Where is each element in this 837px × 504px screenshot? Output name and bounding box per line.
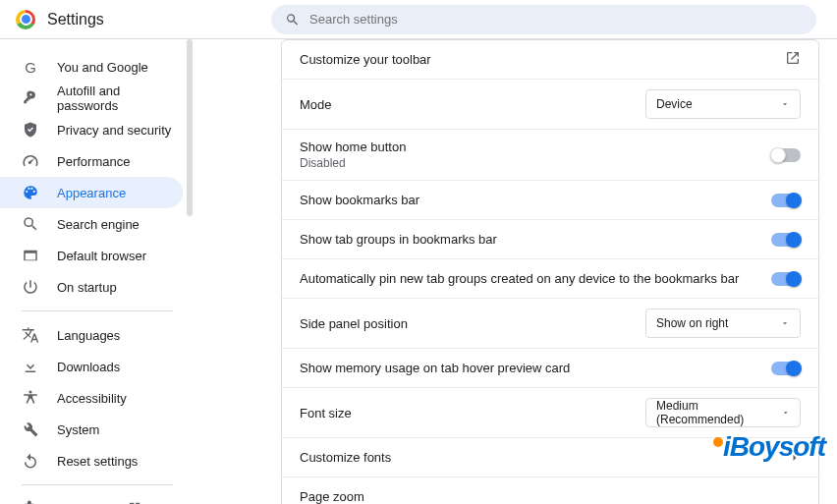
browser-icon [22,247,39,264]
g-letter-icon: G [22,59,39,76]
sidebar-item-system[interactable]: System [0,414,183,445]
sidebar-item-label: Languages [57,328,120,343]
accessibility-icon [22,389,39,407]
settings-main: Customize your toolbar Mode Device Show … [193,39,837,504]
row-label: Show memory usage on tab hover preview c… [300,361,771,375]
settings-card: Customize your toolbar Mode Device Show … [281,39,819,504]
sidebar-item-appearance[interactable]: Appearance [0,177,183,208]
key-icon [22,89,39,107]
search-input[interactable] [309,12,803,27]
sidebar-item-you-and-google[interactable]: G You and Google [0,51,183,83]
languages-icon [22,326,39,344]
row-tab-groups-bookmarks: Show tab groups in bookmarks bar [282,220,818,259]
chevron-down-icon [780,99,790,109]
extensions-icon [22,500,39,504]
sidebar-item-languages[interactable]: Languages [0,319,183,351]
chevron-down-icon [780,318,790,328]
download-icon [22,358,39,375]
row-side-panel: Side panel position Show on right [282,299,818,349]
sidebar-item-label: Performance [57,154,130,169]
shield-icon [22,121,39,139]
header: Settings [0,0,837,39]
row-customize-fonts[interactable]: Customize fonts [282,438,818,477]
sidebar-item-label: Downloads [57,360,120,374]
sidebar-divider [22,484,173,485]
sidebar-item-label: Default browser [57,249,146,263]
sidebar-item-label: Search engine [57,217,140,232]
row-mode: Mode Device [282,80,818,130]
sidebar-item-label: Reset settings [57,454,138,469]
sidebar-item-performance[interactable]: Performance [0,145,183,177]
row-page-zoom: Page zoom [282,477,818,504]
row-label: Show bookmarks bar [300,193,771,207]
sidebar-item-label: Autofill and passwords [57,84,183,113]
sidebar-item-default-browser[interactable]: Default browser [0,240,183,271]
dropdown-value: Show on right [656,316,728,330]
power-icon [22,278,39,296]
sidebar-item-label: You and Google [57,60,148,75]
row-sublabel: Disabled [300,156,771,170]
dropdown-value: Device [656,97,693,111]
home-button-toggle[interactable] [771,148,801,162]
sidebar-item-label: Accessibility [57,391,127,406]
row-label: Show home button [300,140,771,154]
sidebar-divider [22,310,173,311]
sidebar-item-extensions[interactable]: Extensions [0,493,183,504]
chevron-down-icon [781,408,790,418]
row-label: Customize your toolbar [300,52,785,67]
row-label: Show tab groups in bookmarks bar [300,232,771,247]
search-icon [22,215,39,233]
row-bookmarks-bar: Show bookmarks bar [282,181,818,220]
row-label: Page zoom [300,489,801,504]
chrome-logo-icon [16,10,35,29]
sidebar-item-label: Privacy and security [57,123,171,138]
sidebar-item-autofill[interactable]: Autofill and passwords [0,83,183,114]
row-customize-toolbar[interactable]: Customize your toolbar [282,40,818,80]
row-label: Automatically pin new tab groups created… [300,271,771,286]
wrench-icon [22,420,39,438]
auto-pin-tab-groups-toggle[interactable] [771,272,801,286]
side-panel-dropdown[interactable]: Show on right [645,308,801,338]
speedometer-icon [22,152,39,170]
sidebar: G You and Google Autofill and passwords … [0,39,193,504]
reset-icon [22,452,39,470]
sidebar-item-search-engine[interactable]: Search engine [0,208,183,240]
row-auto-pin-tab-groups: Automatically pin new tab groups created… [282,259,818,299]
sidebar-item-on-startup[interactable]: On startup [0,271,183,303]
dropdown-value: Medium (Recommended) [656,399,781,426]
row-font-size: Font size Medium (Recommended) [282,388,818,438]
external-link-icon [785,50,801,69]
external-link-icon [128,501,141,505]
palette-icon [22,184,39,201]
mode-dropdown[interactable]: Device [645,89,801,119]
row-label: Customize fonts [300,450,789,465]
row-label: Mode [300,97,645,112]
search-icon [285,12,300,28]
sidebar-item-reset[interactable]: Reset settings [0,445,183,476]
sidebar-item-label: Appearance [57,186,126,200]
tab-groups-bookmarks-toggle[interactable] [771,233,801,247]
bookmarks-bar-toggle[interactable] [771,194,801,207]
row-home-button: Show home button Disabled [282,130,818,181]
sidebar-item-accessibility[interactable]: Accessibility [0,382,183,414]
sidebar-item-label: System [57,422,99,437]
sidebar-item-label: On startup [57,280,117,295]
search-settings[interactable] [271,5,816,34]
row-label: Side panel position [300,316,645,331]
font-size-dropdown[interactable]: Medium (Recommended) [645,398,801,427]
row-memory-hover: Show memory usage on tab hover preview c… [282,349,818,388]
sidebar-item-privacy[interactable]: Privacy and security [0,114,183,145]
sidebar-item-downloads[interactable]: Downloads [0,351,183,382]
row-label: Font size [300,406,645,420]
chevron-right-icon [789,452,801,464]
memory-hover-toggle[interactable] [771,362,801,375]
page-title: Settings [47,11,104,28]
